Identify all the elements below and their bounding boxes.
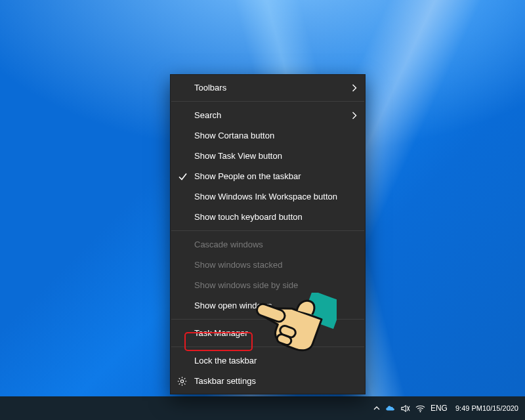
menu-separator (171, 230, 364, 231)
menu-item-task-manager[interactable]: Task Manager (171, 323, 365, 343)
menu-item-show-people[interactable]: Show People on the taskbar (171, 166, 365, 186)
menu-item-label: Show windows stacked (194, 260, 282, 270)
menu-item-label: Show Cortana button (194, 131, 274, 140)
chevron-right-icon (351, 84, 357, 92)
menu-item-toolbars[interactable]: Toolbars (171, 77, 365, 98)
taskbar[interactable]: ENG 9:49 PM 10/15/2020 (0, 396, 525, 420)
menu-item-label: Toolbars (194, 83, 226, 93)
menu-item-search[interactable]: Search (171, 105, 365, 125)
menu-item-label: Show windows side by side (194, 280, 298, 290)
menu-item-show-touch-keyboard[interactable]: Show touch keyboard button (171, 207, 365, 227)
menu-item-show-ink-workspace[interactable]: Show Windows Ink Workspace button (171, 186, 365, 207)
menu-item-show-open-windows[interactable]: Show open windows (171, 295, 365, 316)
menu-item-label: Lock the taskbar (194, 356, 257, 366)
network-wifi-icon[interactable] (415, 404, 425, 413)
tray-overflow-chevron-icon[interactable] (373, 405, 380, 411)
menu-separator (171, 101, 364, 102)
onedrive-icon[interactable] (385, 404, 395, 413)
volume-icon[interactable] (400, 404, 410, 413)
system-tray: ENG 9:49 PM 10/15/2020 (369, 396, 525, 420)
menu-item-cascade-windows: Cascade windows (171, 234, 365, 255)
menu-item-show-side-by-side: Show windows side by side (171, 275, 365, 295)
taskbar-context-menu: Toolbars Search Show Cortana button Show… (170, 74, 366, 394)
menu-item-show-cortana[interactable]: Show Cortana button (171, 125, 365, 146)
taskbar-empty-area[interactable] (0, 396, 369, 420)
tray-clock[interactable]: 9:49 PM 10/15/2020 (453, 404, 518, 412)
svg-point-3 (180, 379, 183, 382)
tray-date: 10/15/2020 (482, 404, 518, 412)
svg-line-10 (179, 383, 180, 385)
menu-separator (171, 346, 364, 347)
svg-line-11 (184, 378, 186, 379)
chevron-right-icon (351, 112, 357, 119)
menu-item-label: Show People on the taskbar (194, 171, 301, 181)
svg-line-9 (184, 383, 186, 385)
menu-item-label: Taskbar settings (194, 376, 256, 386)
menu-separator (171, 319, 364, 320)
svg-line-8 (179, 378, 180, 379)
gear-icon (177, 376, 187, 386)
menu-item-label: Show open windows (194, 301, 272, 310)
menu-item-label: Show Task View button (194, 151, 282, 161)
svg-point-2 (420, 411, 421, 412)
menu-item-label: Cascade windows (194, 240, 263, 249)
menu-item-taskbar-settings[interactable]: Taskbar settings (171, 371, 365, 391)
menu-item-show-task-view[interactable]: Show Task View button (171, 146, 365, 166)
menu-item-label: Search (194, 110, 221, 120)
menu-item-lock-taskbar[interactable]: Lock the taskbar (171, 350, 365, 371)
menu-item-label: Show touch keyboard button (194, 212, 303, 222)
menu-item-show-stacked: Show windows stacked (171, 255, 365, 275)
menu-item-label: Task Manager (194, 328, 248, 338)
checkmark-icon (178, 172, 187, 180)
input-language-indicator[interactable]: ENG (430, 404, 448, 413)
menu-item-label: Show Windows Ink Workspace button (194, 192, 337, 201)
tray-time: 9:49 PM (455, 404, 482, 412)
